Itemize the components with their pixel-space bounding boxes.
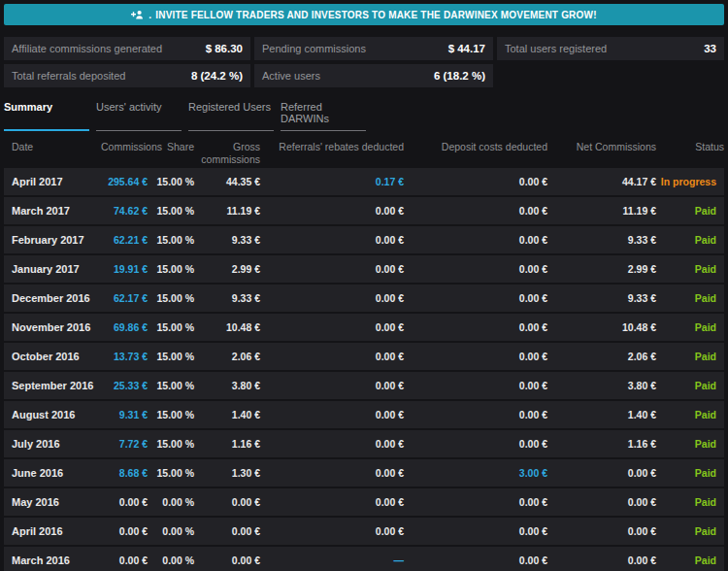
cell-share: 15.00 % [148,321,194,333]
cell-deposit-costs-deducted: 0.00 € [404,263,547,275]
column-header-share: Share [148,137,194,153]
cell-referrals-rebates-deducted: 0.00 € [260,525,404,537]
tab-referred-darwins[interactable]: Referred DARWINs [281,101,366,131]
cell-date: July 2016 [4,438,101,450]
cell-net-commissions: 44.17 € [547,176,656,187]
cell-gross-commissions: 9.33 € [194,292,260,304]
cell-status: Paid [656,496,724,508]
table-row[interactable]: November 2016 69.86 € 15.00 % 10.48 € 0.… [4,314,724,341]
stat-label: Total users registered [505,43,607,54]
cell-deposit-costs-deducted: 0.00 € [404,351,547,362]
cell-referrals-rebates-deducted: 0.00 € [260,467,404,479]
stat-total-users-registered: Total users registered 33 [497,37,724,60]
cell-net-commissions: 9.33 € [547,234,656,246]
cell-net-commissions: 2.06 € [547,351,656,362]
cell-gross-commissions: 10.48 € [194,321,260,333]
cell-commissions: 19.91 € [101,263,148,275]
cell-gross-commissions: 11.19 € [194,205,260,217]
cell-status: Paid [656,467,724,479]
table-row[interactable]: April 2017 295.64 € 15.00 % 44.35 € 0.17… [4,168,724,195]
cell-deposit-costs-deducted: 0.00 € [404,525,547,537]
stat-affiliate-commissions: Affiliate commissions generated $ 86.30 [4,37,250,60]
cell-share: 15.00 % [148,205,194,217]
cell-date: December 2016 [4,292,101,304]
tab-summary[interactable]: Summary [4,101,89,131]
table-row[interactable]: September 2016 25.33 € 15.00 % 3.80 € 0.… [4,372,724,399]
affiliate-dashboard: . INVITE FELLOW TRADERS AND INVESTORS TO… [0,0,728,571]
stat-total-referrals-deposited: Total referrals deposited 8 (24.2 %) [4,64,250,87]
table-row[interactable]: October 2016 13.73 € 15.00 % 2.06 € 0.00… [4,343,724,370]
cell-date: May 2016 [4,496,101,508]
cell-gross-commissions: 2.06 € [194,351,260,362]
cell-deposit-costs-deducted: 0.00 € [404,554,547,566]
cell-net-commissions: 1.16 € [547,438,656,450]
cell-share: 15.00 % [148,438,194,450]
table-row[interactable]: June 2016 8.68 € 15.00 % 1.30 € 0.00 € 3… [4,459,724,487]
table-header: Date Commissions Share Gross commissions… [4,137,724,168]
cell-share: 15.00 % [148,467,194,479]
stat-label: Active users [262,70,320,82]
invite-banner-button[interactable]: . INVITE FELLOW TRADERS AND INVESTORS TO… [4,4,724,25]
cell-share: 0.00 % [148,554,194,566]
tab-registered-users[interactable]: Registered Users [188,101,274,131]
cell-commissions: 13.73 € [101,351,148,362]
cell-referrals-rebates-deducted: 0.00 € [260,496,404,508]
tab-bar: Summary Users' activity Registered Users… [4,101,724,131]
stat-pending-commissions: Pending commissions $ 44.17 [254,37,493,60]
column-header-net-commissions: Net Commissions [547,137,656,153]
cell-deposit-costs-deducted: 0.00 € [404,438,547,450]
table-row[interactable]: December 2016 62.17 € 15.00 % 9.33 € 0.0… [4,285,724,312]
cell-status: Paid [656,351,724,362]
tab-users-activity[interactable]: Users' activity [96,101,182,131]
cell-referrals-rebates-deducted: 0.17 € [260,176,404,187]
cell-commissions: 9.31 € [101,409,148,420]
cell-net-commissions: 0.00 € [547,525,656,537]
table-row[interactable]: March 2016 0.00 € 0.00 % 0.00 € — 0.00 €… [4,547,724,571]
cell-referrals-rebates-deducted: 0.00 € [260,438,404,450]
cell-deposit-costs-deducted: 0.00 € [404,409,547,420]
cell-share: 15.00 % [148,380,194,391]
cell-gross-commissions: 1.40 € [194,409,260,420]
cell-date: September 2016 [4,380,101,391]
stat-label: Total referrals deposited [12,70,125,82]
cell-share: 15.00 % [148,351,194,362]
stat-value: 6 (18.2 %) [434,70,485,82]
table-body: April 2017 295.64 € 15.00 % 44.35 € 0.17… [4,168,724,571]
cell-status: Paid [656,380,724,391]
cell-date: April 2016 [4,525,101,537]
cell-gross-commissions: 3.80 € [194,380,260,391]
table-row[interactable]: August 2016 9.31 € 15.00 % 1.40 € 0.00 €… [4,401,724,428]
cell-net-commissions: 9.33 € [547,292,656,304]
cell-deposit-costs-deducted: 0.00 € [404,321,547,333]
cell-gross-commissions: 1.16 € [194,438,260,450]
cell-status: Paid [656,263,724,275]
cell-referrals-rebates-deducted: 0.00 € [260,409,404,420]
table-row[interactable]: January 2017 19.91 € 15.00 % 2.99 € 0.00… [4,255,724,283]
column-header-commissions: Commissions [101,137,148,153]
cell-status: Paid [656,292,724,304]
stat-label: Affiliate commissions generated [12,43,162,54]
cell-gross-commissions: 2.99 € [194,263,260,275]
column-header-gross-commissions: Gross commissions [194,137,260,166]
cell-share: 15.00 % [148,176,194,187]
cell-commissions: 0.00 € [101,496,148,508]
cell-share: 15.00 % [148,292,194,304]
cell-gross-commissions: 0.00 € [194,525,260,537]
table-row[interactable]: April 2016 0.00 € 0.00 % 0.00 € 0.00 € 0… [4,518,724,545]
cell-referrals-rebates-deducted: 0.00 € [260,380,404,391]
cell-referrals-rebates-deducted: 0.00 € [260,234,404,246]
cell-deposit-costs-deducted: 0.00 € [404,176,547,187]
cell-commissions: 8.68 € [101,467,148,479]
cell-status: Paid [656,321,724,333]
cell-net-commissions: 10.48 € [547,321,656,333]
table-row[interactable]: February 2017 62.21 € 15.00 % 9.33 € 0.0… [4,226,724,253]
cell-net-commissions: 1.40 € [547,409,656,420]
cell-date: February 2017 [4,234,101,246]
table-row[interactable]: May 2016 0.00 € 0.00 % 0.00 € 0.00 € 0.0… [4,488,724,516]
cell-commissions: 62.21 € [101,234,148,246]
cell-net-commissions: 3.80 € [547,380,656,391]
table-row[interactable]: March 2017 74.62 € 15.00 % 11.19 € 0.00 … [4,197,724,224]
cell-referrals-rebates-deducted: 0.00 € [260,292,404,304]
table-row[interactable]: July 2016 7.72 € 15.00 % 1.16 € 0.00 € 0… [4,430,724,457]
column-header-status: Status [656,137,724,153]
